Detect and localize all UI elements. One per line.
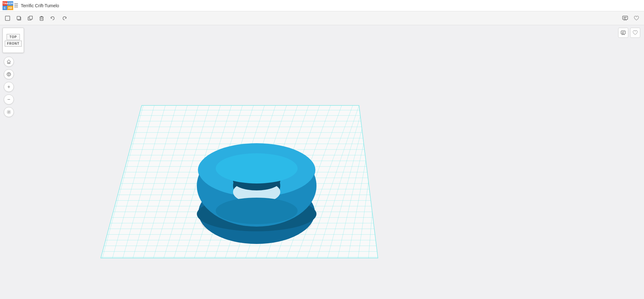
heart-button[interactable] — [630, 28, 640, 38]
logo-ad: AD — [7, 6, 13, 10]
zoom-in-button[interactable] — [4, 82, 14, 92]
chat-button[interactable] — [620, 13, 630, 23]
orbit-button[interactable] — [4, 69, 14, 79]
svg-point-81 — [216, 153, 298, 183]
logo-ker: KER — [7, 1, 13, 6]
svg-rect-0 — [5, 16, 10, 20]
duplicate-button[interactable] — [25, 13, 35, 23]
view-cube[interactable]: TOP FRONT — [3, 28, 24, 53]
home-button[interactable] — [4, 57, 14, 67]
svg-rect-8 — [623, 16, 628, 20]
share-button[interactable] — [618, 28, 628, 38]
svg-point-90 — [8, 111, 10, 113]
settings-button[interactable] — [4, 107, 14, 117]
new-button[interactable] — [3, 13, 13, 23]
svg-rect-91 — [621, 31, 625, 34]
left-controls — [4, 57, 14, 117]
svg-rect-5 — [40, 17, 43, 20]
scene-canvas[interactable] — [0, 25, 644, 299]
viewport[interactable]: TOP FRONT — [0, 25, 644, 299]
undo-button[interactable] — [48, 13, 58, 23]
logo-tin: TIN — [3, 1, 7, 6]
svg-rect-83 — [8, 62, 9, 64]
title-bar: TIN KER C AD ☰ Terrific Crift-Tumelo — [0, 0, 644, 11]
view-cube-front[interactable]: FRONT — [5, 41, 21, 47]
logo-c: C — [3, 6, 7, 10]
view-cube-top[interactable]: TOP — [7, 34, 20, 40]
document-icon: ☰ — [14, 3, 18, 8]
svg-rect-2 — [17, 16, 20, 20]
delete-button[interactable] — [37, 13, 47, 23]
redo-button[interactable] — [59, 13, 69, 23]
zoom-out-button[interactable] — [4, 94, 14, 104]
tinkercad-logo: TIN KER C AD — [3, 1, 11, 10]
right-controls — [618, 28, 640, 38]
favorite-button[interactable] — [631, 13, 641, 23]
svg-point-82 — [216, 198, 298, 224]
toolbar — [0, 11, 644, 25]
copy-button[interactable] — [14, 13, 24, 23]
svg-rect-4 — [29, 16, 32, 19]
document-title[interactable]: Terrific Crift-Tumelo — [21, 3, 59, 8]
